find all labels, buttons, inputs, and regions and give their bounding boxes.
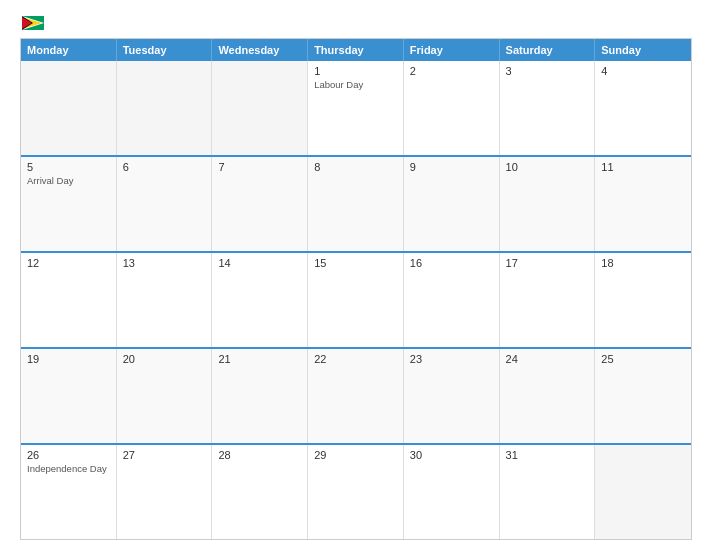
cal-cell: 17	[500, 253, 596, 347]
day-number: 19	[27, 353, 110, 365]
day-event: Labour Day	[314, 79, 397, 90]
cal-cell: 24	[500, 349, 596, 443]
day-number: 21	[218, 353, 301, 365]
calendar-body: 1Labour Day2345Arrival Day67891011121314…	[21, 61, 691, 539]
cal-cell: 6	[117, 157, 213, 251]
cal-cell: 7	[212, 157, 308, 251]
cal-week-5: 26Independence Day2728293031	[21, 443, 691, 539]
cal-cell: 20	[117, 349, 213, 443]
cal-header-friday: Friday	[404, 39, 500, 61]
day-number: 28	[218, 449, 301, 461]
day-number: 15	[314, 257, 397, 269]
day-number: 20	[123, 353, 206, 365]
day-number: 23	[410, 353, 493, 365]
day-number: 5	[27, 161, 110, 173]
day-number: 1	[314, 65, 397, 77]
cal-cell: 16	[404, 253, 500, 347]
cal-week-1: 1Labour Day234	[21, 61, 691, 155]
day-number: 18	[601, 257, 685, 269]
day-number: 16	[410, 257, 493, 269]
day-number: 24	[506, 353, 589, 365]
cal-cell: 30	[404, 445, 500, 539]
header	[20, 16, 692, 30]
day-number: 3	[506, 65, 589, 77]
cal-header-tuesday: Tuesday	[117, 39, 213, 61]
cal-cell: 25	[595, 349, 691, 443]
cal-cell: 29	[308, 445, 404, 539]
cal-header-saturday: Saturday	[500, 39, 596, 61]
day-number: 26	[27, 449, 110, 461]
day-number: 12	[27, 257, 110, 269]
calendar: MondayTuesdayWednesdayThursdayFridaySatu…	[20, 38, 692, 540]
cal-cell: 12	[21, 253, 117, 347]
day-number: 10	[506, 161, 589, 173]
cal-cell: 19	[21, 349, 117, 443]
logo	[20, 16, 44, 30]
day-number: 6	[123, 161, 206, 173]
day-number: 14	[218, 257, 301, 269]
cal-cell: 21	[212, 349, 308, 443]
cal-cell: 5Arrival Day	[21, 157, 117, 251]
cal-cell: 23	[404, 349, 500, 443]
cal-cell: 9	[404, 157, 500, 251]
day-number: 25	[601, 353, 685, 365]
cal-header-sunday: Sunday	[595, 39, 691, 61]
cal-cell: 15	[308, 253, 404, 347]
cal-cell: 11	[595, 157, 691, 251]
cal-cell: 1Labour Day	[308, 61, 404, 155]
cal-week-3: 12131415161718	[21, 251, 691, 347]
cal-cell	[212, 61, 308, 155]
day-number: 4	[601, 65, 685, 77]
cal-cell: 26Independence Day	[21, 445, 117, 539]
cal-cell: 14	[212, 253, 308, 347]
day-number: 22	[314, 353, 397, 365]
day-number: 8	[314, 161, 397, 173]
day-event: Arrival Day	[27, 175, 110, 186]
cal-cell	[21, 61, 117, 155]
day-number: 30	[410, 449, 493, 461]
page: MondayTuesdayWednesdayThursdayFridaySatu…	[0, 0, 712, 550]
cal-cell: 18	[595, 253, 691, 347]
cal-cell: 3	[500, 61, 596, 155]
calendar-header-row: MondayTuesdayWednesdayThursdayFridaySatu…	[21, 39, 691, 61]
cal-cell: 31	[500, 445, 596, 539]
cal-cell: 4	[595, 61, 691, 155]
day-number: 31	[506, 449, 589, 461]
day-number: 7	[218, 161, 301, 173]
cal-cell	[595, 445, 691, 539]
cal-week-4: 19202122232425	[21, 347, 691, 443]
cal-cell: 8	[308, 157, 404, 251]
day-number: 11	[601, 161, 685, 173]
cal-header-thursday: Thursday	[308, 39, 404, 61]
cal-cell: 22	[308, 349, 404, 443]
day-number: 13	[123, 257, 206, 269]
day-number: 17	[506, 257, 589, 269]
cal-cell	[117, 61, 213, 155]
day-number: 29	[314, 449, 397, 461]
cal-week-2: 5Arrival Day67891011	[21, 155, 691, 251]
day-number: 27	[123, 449, 206, 461]
day-number: 2	[410, 65, 493, 77]
cal-cell: 27	[117, 445, 213, 539]
cal-cell: 2	[404, 61, 500, 155]
cal-cell: 10	[500, 157, 596, 251]
cal-header-wednesday: Wednesday	[212, 39, 308, 61]
cal-cell: 13	[117, 253, 213, 347]
day-event: Independence Day	[27, 463, 110, 474]
cal-cell: 28	[212, 445, 308, 539]
day-number: 9	[410, 161, 493, 173]
logo-flag-icon	[22, 16, 44, 30]
cal-header-monday: Monday	[21, 39, 117, 61]
